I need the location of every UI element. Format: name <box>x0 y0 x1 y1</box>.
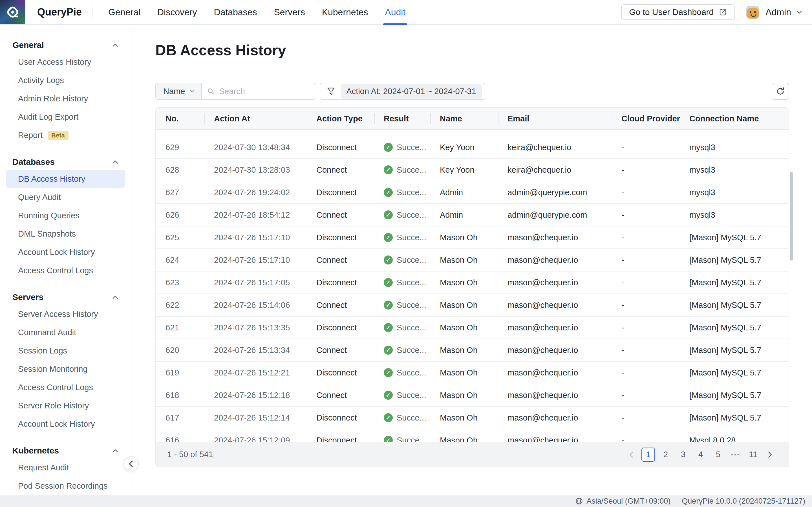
table-row[interactable]: 620 2024-07-26 15:13:34 Connect ✓ Succe.… <box>156 339 789 362</box>
column-header[interactable]: Name <box>430 108 498 129</box>
sidebar-item-label: Report <box>18 131 43 140</box>
page-button[interactable]: ••• <box>729 448 742 462</box>
sidebar-item-label: Query Audit <box>18 193 61 202</box>
cell-result: ✓ Succe... <box>374 278 430 287</box>
column-header[interactable]: Action At <box>204 108 307 129</box>
top-nav-item[interactable]: Kubernetes <box>313 0 377 24</box>
cell-name: Mason Oh <box>430 256 498 265</box>
search-input[interactable] <box>218 87 311 96</box>
chevron-down-icon[interactable] <box>796 8 803 16</box>
sidebar-item[interactable]: Server Access History <box>6 305 125 323</box>
cell-result: ✓ Succe... <box>374 413 430 422</box>
table-row[interactable]: 624 2024-07-26 15:17:10 Connect ✓ Succe.… <box>156 249 789 272</box>
chevron-up-icon <box>112 295 118 299</box>
sidebar-item[interactable]: Command Audit <box>6 323 125 342</box>
topbar-right: Go to User Dashboard Admin <box>621 4 812 20</box>
avatar-face <box>747 8 759 18</box>
column-header[interactable]: No. <box>156 108 204 129</box>
page-button[interactable]: 3 <box>676 448 690 462</box>
table-row[interactable]: 629 2024-07-30 13:48:34 Disconnect ✓ Suc… <box>156 136 789 159</box>
sidebar-item[interactable]: Session Logs <box>6 342 125 360</box>
top-nav-item[interactable]: Databases <box>205 0 265 24</box>
success-check-icon: ✓ <box>384 391 393 400</box>
sidebar-item[interactable]: Audit Log Export <box>6 108 125 126</box>
cell-connection-name: [Mason] MySQL 5.7 <box>680 368 783 378</box>
sidebar-item[interactable]: Running Queries <box>6 207 125 225</box>
go-to-user-dashboard-button[interactable]: Go to User Dashboard <box>621 4 735 20</box>
cell-connection-name: mysql3 <box>680 188 783 197</box>
result-label: Succe... <box>397 256 426 265</box>
column-header[interactable]: Connection Name <box>680 108 783 129</box>
cell-email: mason@chequer.io <box>498 346 612 355</box>
sidebar-item[interactable]: DML Snapshots <box>6 225 125 243</box>
column-header[interactable]: Action Type <box>307 108 374 129</box>
column-header[interactable]: Cloud Provider <box>612 108 680 129</box>
table-rows: 629 2024-07-30 13:48:34 Disconnect ✓ Suc… <box>156 136 789 442</box>
sidebar-item[interactable]: Server Role History <box>6 397 125 415</box>
search-box[interactable] <box>202 83 316 100</box>
sidebar-item[interactable]: Report Beta <box>6 126 125 145</box>
querypie-logo[interactable] <box>0 0 26 24</box>
cell-action-at: 2024-07-26 19:24:02 <box>204 188 307 197</box>
table-row[interactable]: 627 2024-07-26 19:24:02 Disconnect ✓ Suc… <box>156 181 789 204</box>
date-filter[interactable]: Action At: 2024-07-01 ~ 2024-07-31 <box>320 83 485 100</box>
column-header[interactable]: Result <box>374 108 430 129</box>
sidebar-item[interactable]: Request Audit <box>6 459 125 477</box>
cell-name: Key Yoon <box>430 165 498 175</box>
search-field-dropdown[interactable]: Name <box>155 83 202 100</box>
cell-name: Mason Oh <box>430 278 498 287</box>
sidebar-section-header-databases[interactable]: Databases <box>0 154 131 170</box>
table-row[interactable]: 621 2024-07-26 15:13:35 Disconnect ✓ Suc… <box>156 317 789 339</box>
table-row[interactable]: 617 2024-07-26 15:12:14 Disconnect ✓ Suc… <box>156 407 789 429</box>
sidebar-item[interactable]: Account Lock History <box>6 415 125 433</box>
sidebar-item[interactable]: Pod Session Recordings <box>6 477 125 495</box>
vertical-scrollbar[interactable] <box>790 172 793 261</box>
success-check-icon: ✓ <box>384 346 393 355</box>
cell-action-type: Disconnect <box>307 436 374 442</box>
top-nav-item[interactable]: Audit <box>376 0 414 24</box>
date-filter-chip: Action At: 2024-07-01 ~ 2024-07-31 <box>341 84 481 99</box>
column-header[interactable]: Email <box>498 108 612 129</box>
sidebar-item[interactable]: Query Audit <box>6 188 125 207</box>
table-header-row: No. Action At Action Type Result Name Em… <box>156 108 789 130</box>
top-nav-item[interactable]: General <box>100 0 149 24</box>
sidebar-item[interactable]: Activity Logs <box>6 71 125 90</box>
page-button[interactable]: 2 <box>659 448 672 462</box>
cell-name: Mason Oh <box>430 436 498 442</box>
sidebar-section-header-kubernetes[interactable]: Kubernetes <box>0 443 131 459</box>
table-row[interactable]: 616 2024-07-26 15:12:09 Disconnect ✓ Suc… <box>156 429 789 442</box>
sidebar-item[interactable]: Access Control Logs <box>6 378 125 397</box>
sidebar-section-header-general[interactable]: General <box>0 37 131 53</box>
sidebar-item[interactable]: Access Control Logs <box>6 262 125 280</box>
sidebar-section-header-servers[interactable]: Servers <box>0 289 131 305</box>
sidebar-item[interactable]: Session Monitoring <box>6 360 125 378</box>
sidebar-item[interactable]: Admin Role History <box>6 90 125 108</box>
table-row[interactable]: 618 2024-07-26 15:12:18 Connect ✓ Succe.… <box>156 384 789 407</box>
page-button[interactable]: 1 <box>642 448 655 462</box>
top-nav-item[interactable]: Discovery <box>149 0 205 24</box>
external-link-icon <box>719 8 727 16</box>
table-row[interactable]: 622 2024-07-26 15:14:06 Connect ✓ Succe.… <box>156 294 789 317</box>
sidebar-item[interactable]: Account Lock History <box>6 243 125 262</box>
table-row[interactable]: 626 2024-07-26 18:54:12 Connect ✓ Succe.… <box>156 204 789 226</box>
chevron-up-icon <box>112 43 118 47</box>
avatar[interactable] <box>746 6 759 18</box>
next-page-button[interactable] <box>764 448 776 462</box>
cell-name: Mason Oh <box>430 368 498 378</box>
cell-name: Admin <box>430 210 498 220</box>
table-row[interactable]: 619 2024-07-26 15:12:21 Disconnect ✓ Suc… <box>156 362 789 384</box>
prev-page-button[interactable] <box>625 448 638 462</box>
cell-result: ✓ Succe... <box>374 391 430 400</box>
top-nav-item[interactable]: Servers <box>265 0 313 24</box>
page-button[interactable]: 11 <box>746 448 760 462</box>
sidebar-collapse-button[interactable] <box>123 456 139 471</box>
refresh-button[interactable] <box>772 83 789 100</box>
sidebar-item[interactable]: User Access History <box>6 53 125 71</box>
page-button[interactable]: 5 <box>711 448 725 462</box>
table-row[interactable]: 625 2024-07-26 15:17:10 Disconnect ✓ Suc… <box>156 226 789 249</box>
sidebar-item[interactable]: DB Access History <box>6 170 125 188</box>
table-row[interactable]: 623 2024-07-26 15:17:05 Disconnect ✓ Suc… <box>156 272 789 294</box>
table-row[interactable]: 628 2024-07-30 13:28:03 Connect ✓ Succe.… <box>156 159 789 181</box>
page-button[interactable]: 4 <box>694 448 707 462</box>
cell-no: 620 <box>156 346 204 355</box>
